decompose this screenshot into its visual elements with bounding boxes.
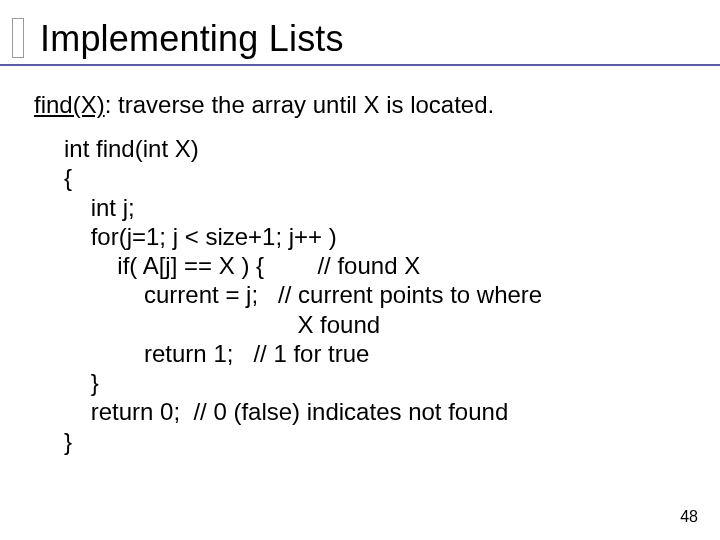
code-line: return 0; // 0 (false) indicates not fou… xyxy=(64,397,686,426)
code-line: } xyxy=(64,427,686,456)
content-area: find(X): traverse the array until X is l… xyxy=(34,74,686,456)
slide-title: Implementing Lists xyxy=(34,18,686,60)
code-line: X found xyxy=(64,310,686,339)
slide: Implementing Lists find(X): traverse the… xyxy=(0,0,720,456)
function-name: find(X) xyxy=(34,91,105,118)
description-line: find(X): traverse the array until X is l… xyxy=(34,90,686,120)
code-block: int find(int X){ int j; for(j=1; j < siz… xyxy=(64,134,686,456)
code-line: for(j=1; j < size+1; j++ ) xyxy=(64,222,686,251)
code-line: if( A[j] == X ) { // found X xyxy=(64,251,686,280)
code-line: return 1; // 1 for true xyxy=(64,339,686,368)
code-line: int find(int X) xyxy=(64,134,686,163)
description-text: : traverse the array until X is located. xyxy=(105,91,495,118)
code-line: current = j; // current points to where xyxy=(64,280,686,309)
title-container: Implementing Lists xyxy=(34,18,686,66)
title-underline xyxy=(0,64,720,66)
page-number: 48 xyxy=(680,508,698,526)
code-line: int j; xyxy=(64,193,686,222)
code-line: { xyxy=(64,163,686,192)
title-accent-bar xyxy=(12,18,24,58)
code-line: } xyxy=(64,368,686,397)
